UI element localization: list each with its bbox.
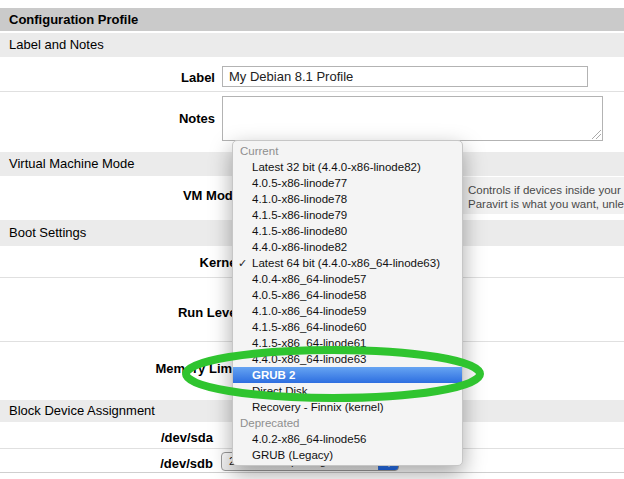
- label-input[interactable]: [222, 66, 588, 87]
- kernel-option-label: 4.4.0-x86-linode82: [252, 241, 347, 253]
- kernel-option[interactable]: 4.0.5-x86_64-linode58: [233, 287, 462, 303]
- kernel-option[interactable]: ✓Latest 64 bit (4.4.0-x86_64-linode63): [233, 255, 462, 271]
- kernel-option-label: 4.0.4-x86_64-linode57: [252, 273, 366, 285]
- kernel-option[interactable]: 4.1.5-x86_64-linode61: [233, 335, 462, 351]
- kernel-option-label: 4.0.2-x86_64-linode56: [252, 433, 366, 445]
- configuration-profile-page: Configuration Profile Label and Notes La…: [0, 0, 624, 479]
- kernel-option-label: 4.1.5-x86_64-linode60: [252, 321, 366, 333]
- dev-sdb-label: /dev/sdb: [0, 456, 213, 471]
- kernel-option[interactable]: 4.4.0-x86_64-linode63: [233, 351, 462, 367]
- kernel-option-label: GRUB (Legacy): [252, 449, 333, 461]
- kernel-option-label: Direct Disk: [252, 385, 308, 397]
- kernel-option[interactable]: 4.0.2-x86_64-linode56: [233, 431, 462, 447]
- kernel-option[interactable]: GRUB 2: [233, 367, 462, 383]
- kernel-option-label: 4.1.5-x86-linode79: [252, 209, 347, 221]
- kernel-option-label: 4.4.0-x86_64-linode63: [252, 353, 366, 365]
- run-level-label: Run Level: [0, 305, 240, 320]
- kernel-option-label: Latest 32 bit (4.4.0-x86-linode82): [252, 161, 421, 173]
- kernel-label: Kernel: [0, 255, 240, 270]
- kernel-option-label: GRUB 2: [252, 369, 295, 381]
- kernel-option[interactable]: 4.1.5-x86-linode80: [233, 223, 462, 239]
- kernel-option-label: Deprecated: [240, 417, 299, 429]
- kernel-option[interactable]: Direct Disk: [233, 383, 462, 399]
- kernel-option-label: 4.1.5-x86-linode80: [252, 225, 347, 237]
- kernel-dropdown-list: CurrentLatest 32 bit (4.4.0-x86-linode82…: [233, 143, 462, 463]
- kernel-option[interactable]: 4.4.0-x86-linode82: [233, 239, 462, 255]
- kernel-option[interactable]: 4.0.4-x86_64-linode57: [233, 271, 462, 287]
- vm-mode-label: VM Mode: [0, 188, 240, 203]
- kernel-dropdown: CurrentLatest 32 bit (4.4.0-x86-linode82…: [232, 140, 463, 466]
- section-header-label-and-notes: Label and Notes: [0, 33, 624, 57]
- kernel-option-label: 4.1.0-x86_64-linode59: [252, 305, 366, 317]
- page-title: Configuration Profile: [0, 8, 624, 31]
- kernel-option[interactable]: 4.0.5-x86-linode77: [233, 175, 462, 191]
- vm-mode-helper-line1: Controls if devices inside your: [468, 183, 621, 197]
- label-field-label: Label: [0, 70, 215, 85]
- textarea-resize-grip-icon[interactable]: [591, 129, 601, 139]
- kernel-option-label: 4.1.5-x86_64-linode61: [252, 337, 366, 349]
- kernel-option[interactable]: Latest 32 bit (4.4.0-x86-linode82): [233, 159, 462, 175]
- kernel-option[interactable]: 4.1.0-x86_64-linode59: [233, 303, 462, 319]
- row-divider: [0, 91, 624, 92]
- dev-sda-label: /dev/sda: [0, 430, 213, 445]
- notes-field-label: Notes: [0, 111, 215, 126]
- kernel-option-label: Latest 64 bit (4.4.0-x86_64-linode63): [252, 257, 440, 269]
- kernel-group-header: Deprecated: [233, 415, 462, 431]
- vm-mode-helper-line2: Paravirt is what you want, unle: [468, 197, 624, 211]
- kernel-option[interactable]: Recovery - Finnix (kernel): [233, 399, 462, 415]
- kernel-option[interactable]: 4.1.5-x86_64-linode60: [233, 319, 462, 335]
- memory-limit-label: Memory Limit: [0, 361, 240, 376]
- checkmark-icon: ✓: [238, 255, 250, 271]
- bottom-divider: [0, 472, 624, 473]
- kernel-option-label: Current: [240, 145, 278, 157]
- kernel-option-label: 4.1.0-x86-linode78: [252, 193, 347, 205]
- kernel-option-label: 4.0.5-x86-linode77: [252, 177, 347, 189]
- kernel-option[interactable]: 4.1.5-x86-linode79: [233, 207, 462, 223]
- kernel-group-header: Current: [233, 143, 462, 159]
- kernel-option[interactable]: 4.1.0-x86-linode78: [233, 191, 462, 207]
- notes-textarea[interactable]: [222, 96, 603, 141]
- kernel-option-label: 4.0.5-x86_64-linode58: [252, 289, 366, 301]
- kernel-option-label: Recovery - Finnix (kernel): [252, 401, 384, 413]
- kernel-option[interactable]: GRUB (Legacy): [233, 447, 462, 463]
